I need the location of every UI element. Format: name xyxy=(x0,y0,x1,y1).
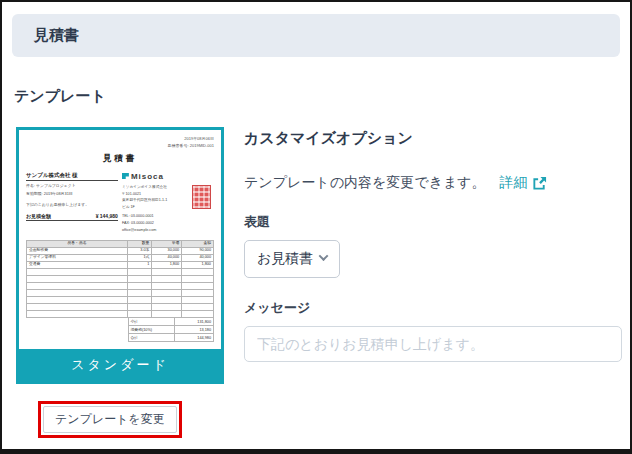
table-cell: 1 xyxy=(128,262,152,269)
table-cell xyxy=(128,276,152,283)
template-card-standard[interactable]: 2019年08月06日 見積書番号: 2019MID-001 見積書 サンプル株… xyxy=(16,127,224,384)
preview-greeting: 下記のとおりお見積申し上げます。 xyxy=(26,202,118,207)
preview-doc-title: 見積書 xyxy=(26,153,214,165)
preview-summary: 小計131,800消費税(10%)13,180合計144,980 xyxy=(128,318,214,342)
preview-table-header-row: 品番・品名数量単価金額 xyxy=(27,241,214,248)
company-postal: 〒101-0021 xyxy=(122,192,186,198)
table-cell xyxy=(128,304,152,311)
table-cell: 40,000 xyxy=(152,255,182,262)
preview-col-header: 単価 xyxy=(152,241,182,248)
table-cell xyxy=(152,290,182,297)
table-cell xyxy=(128,311,152,318)
preview-col-header: 数量 xyxy=(128,241,152,248)
preview-amount-row: お見積金額 ¥ 144,980 xyxy=(26,213,118,221)
subject-select[interactable]: お見積書 xyxy=(244,240,340,278)
preview-meta: 2019年08月06日 見積書番号: 2019MID-001 xyxy=(26,136,214,150)
table-cell xyxy=(27,276,128,283)
table-cell xyxy=(182,311,214,318)
table-cell xyxy=(27,304,128,311)
subject-field-label: 表題 xyxy=(244,213,622,231)
main-content: 2019年08月06日 見積書番号: 2019MID-001 見積書 サンプル株… xyxy=(2,127,630,438)
details-link-label: 詳細 xyxy=(500,174,528,192)
table-cell: 1式 xyxy=(128,255,152,262)
chevron-down-icon xyxy=(319,251,329,261)
table-cell xyxy=(182,297,214,304)
table-row: 企画制作費3.0本30,00090,000 xyxy=(27,248,214,255)
summary-value: 131,800 xyxy=(174,318,213,325)
preview-doc-number: 見積書番号: 2019MID-001 xyxy=(26,143,214,150)
table-cell: 企画制作費 xyxy=(27,248,128,255)
preview-expiry: 有効期限: 2019年08月31日 xyxy=(26,191,118,198)
table-cell xyxy=(27,269,128,276)
page-title: 見積書 xyxy=(34,26,79,43)
table-cell: 30,000 xyxy=(152,248,182,255)
change-template-button[interactable]: テンプレートを変更 xyxy=(43,406,177,433)
customize-options-title: カスタマイズオプション xyxy=(244,129,622,148)
page-header: 見積書 xyxy=(12,14,620,57)
summary-value: 144,980 xyxy=(174,334,213,341)
table-cell xyxy=(152,283,182,290)
preview-line-items-table: 品番・品名数量単価金額 企画制作費3.0本30,00090,000デザイン管理料… xyxy=(26,240,214,318)
table-row xyxy=(27,290,214,297)
external-link-icon xyxy=(532,176,547,191)
table-row xyxy=(27,297,214,304)
table-cell: 1,800 xyxy=(152,262,182,269)
message-input[interactable] xyxy=(244,326,622,362)
table-cell xyxy=(182,269,214,276)
highlight-annotation-box: テンプレートを変更 xyxy=(38,401,182,438)
table-row xyxy=(27,269,214,276)
table-cell xyxy=(27,290,128,297)
summary-label: 小計 xyxy=(129,319,175,324)
summary-row: 小計131,800 xyxy=(128,318,214,326)
preview-company-info: ミソカインボイス株式会社 〒101-0021 東京都千代田区外神田1-1-1 ビ… xyxy=(122,185,186,234)
summary-row: 消費税(10%)13,180 xyxy=(128,326,214,334)
summary-label: 合計 xyxy=(129,335,175,340)
customize-description-row: テンプレートの内容を変更できます。 詳細 xyxy=(244,174,622,192)
table-cell xyxy=(152,311,182,318)
table-row: 交通費11,8001,800 xyxy=(27,262,214,269)
preview-parties: サンプル株式会社 様 件名: サンプルプロジェクト 有効期限: 2019年08月… xyxy=(26,172,214,235)
table-cell xyxy=(152,276,182,283)
message-field-label: メッセージ xyxy=(244,299,622,317)
details-link[interactable]: 詳細 xyxy=(500,174,547,192)
company-email: office@example.com xyxy=(122,228,186,234)
table-cell xyxy=(152,304,182,311)
table-cell xyxy=(182,276,214,283)
table-cell: 1,800 xyxy=(182,262,214,269)
preview-subject: 件名: サンプルプロジェクト xyxy=(26,183,118,190)
preview-col-header: 金額 xyxy=(182,241,214,248)
table-cell xyxy=(27,311,128,318)
company-fax: FAX: 03-0000-0002 xyxy=(122,221,186,227)
table-row xyxy=(27,304,214,311)
template-name-badge: スタンダード xyxy=(19,349,221,381)
misoca-logo: Misoca xyxy=(122,172,214,181)
table-cell xyxy=(182,283,214,290)
table-cell xyxy=(128,297,152,304)
summary-label: 消費税(10%) xyxy=(129,327,175,332)
table-row xyxy=(27,276,214,283)
preview-amount-label: お見積金額 xyxy=(26,213,51,219)
company-tel: TEL: 03-0000-0001 xyxy=(122,214,186,220)
preview-issue-date: 2019年08月06日 xyxy=(26,136,214,143)
preview-col-header: 品番・品名 xyxy=(27,241,128,248)
table-cell: 90,000 xyxy=(182,248,214,255)
table-cell: 40,000 xyxy=(182,255,214,262)
table-cell xyxy=(27,297,128,304)
misoca-flag-icon xyxy=(122,173,129,179)
preview-company-block: Misoca ミソカインボイス株式会社 〒101-0021 東京都千代田区外神田… xyxy=(122,172,214,235)
table-cell xyxy=(152,297,182,304)
preview-table-body: 企画制作費3.0本30,00090,000デザイン管理料1式40,00040,0… xyxy=(27,248,214,318)
preview-amount-value: ¥ 144,980 xyxy=(96,213,118,219)
section-title-template: テンプレート xyxy=(14,87,630,106)
company-name: ミソカインボイス株式会社 xyxy=(122,185,186,191)
settings-window: 見積書 テンプレート 2019年08月06日 見積書番号: 2019MID-00… xyxy=(0,0,632,454)
table-cell: デザイン管理料 xyxy=(27,255,128,262)
table-cell xyxy=(128,290,152,297)
template-preview: 2019年08月06日 見積書番号: 2019MID-001 見積書 サンプル株… xyxy=(19,130,221,349)
customize-options-panel: カスタマイズオプション テンプレートの内容を変更できます。 詳細 表題 お見積書… xyxy=(244,127,622,362)
table-cell: 3.0本 xyxy=(128,248,152,255)
summary-row: 合計144,980 xyxy=(128,334,214,342)
customize-description: テンプレートの内容を変更できます。 xyxy=(244,174,486,192)
template-column: 2019年08月06日 見積書番号: 2019MID-001 見積書 サンプル株… xyxy=(16,127,224,438)
preview-customer-name: サンプル株式会社 様 xyxy=(26,172,118,181)
